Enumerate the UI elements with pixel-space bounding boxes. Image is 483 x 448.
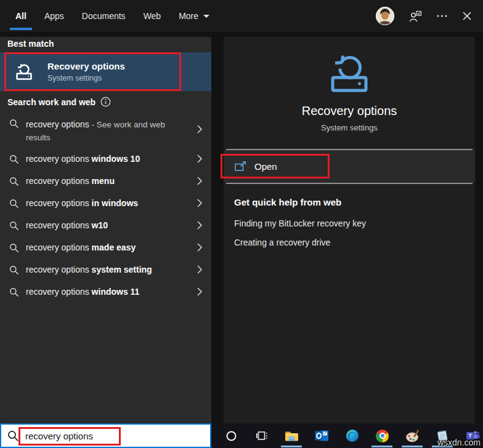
info-icon[interactable] [100, 97, 111, 107]
open-external-icon [235, 161, 246, 172]
chevron-right-icon [197, 124, 203, 134]
tab-web[interactable]: Web [144, 0, 161, 32]
taskbar: recovery options T wsxdn.com [0, 423, 483, 448]
search-icon [9, 243, 19, 253]
open-label: Open [254, 161, 277, 172]
search-filter-bar: AllAppsDocumentsWebMore [0, 0, 483, 32]
search-results-area: Best match Recovery options System setti… [0, 32, 483, 423]
caret-down-icon [203, 15, 209, 18]
chevron-right-icon [197, 176, 203, 186]
taskbar-outlook-icon[interactable] [307, 423, 337, 448]
chevron-right-icon [197, 242, 203, 252]
search-query-text: recovery options [25, 431, 93, 441]
divider [226, 183, 473, 184]
search-suggestion[interactable]: recovery options windows 10 [0, 148, 211, 170]
search-icon [9, 265, 19, 275]
chevron-right-icon [197, 287, 203, 297]
best-match-subtitle: System settings [47, 74, 125, 82]
search-icon [9, 177, 19, 186]
taskbar-taskview-icon[interactable] [246, 423, 277, 448]
search-suggestions-list: recovery options - See work and web resu… [0, 114, 211, 303]
search-suggestion[interactable]: recovery options system setting [0, 258, 211, 281]
windows-search-flyout: AllAppsDocumentsWebMore Best match [0, 0, 483, 448]
taskbar-cortana-icon[interactable] [216, 423, 246, 448]
app-preview-card: Recovery options System settings [224, 54, 475, 132]
best-match-title: Recovery options [47, 61, 125, 71]
taskbar-chrome-icon[interactable] [367, 423, 397, 448]
feedback-icon[interactable] [409, 10, 422, 22]
chevron-right-icon [197, 265, 203, 274]
search-suggestion[interactable]: recovery options - See work and web resu… [0, 114, 211, 148]
results-panel: Best match Recovery options System setti… [0, 37, 211, 423]
chevron-right-icon [197, 154, 203, 164]
search-work-web-header: Search work and web [7, 97, 111, 107]
search-suggestion[interactable]: recovery options w10 [0, 214, 211, 236]
taskbar-paint-icon[interactable] [397, 423, 428, 448]
topbar-actions [376, 0, 472, 32]
tab-apps[interactable]: Apps [44, 0, 64, 32]
chevron-right-icon [197, 198, 203, 208]
search-suggestion[interactable]: recovery options menu [0, 170, 211, 192]
help-links: Finding my BitLocker recovery keyCreatin… [234, 218, 366, 257]
search-icon [9, 154, 19, 164]
search-work-web-label: Search work and web [7, 97, 95, 107]
help-link[interactable]: Creating a recovery drive [234, 238, 366, 247]
tab-more[interactable]: More [179, 0, 209, 32]
avatar[interactable] [376, 7, 394, 25]
close-icon[interactable] [462, 11, 472, 21]
taskbar-explorer-icon[interactable] [277, 423, 307, 448]
tab-documents[interactable]: Documents [82, 0, 126, 32]
search-icon [9, 119, 19, 129]
app-title: Recovery options [224, 104, 475, 118]
help-link[interactable]: Finding my BitLocker recovery key [234, 218, 366, 228]
search-suggestion[interactable]: recovery options windows 11 [0, 281, 211, 303]
chevron-right-icon [197, 220, 203, 230]
ellipsis-icon[interactable] [437, 15, 447, 17]
search-suggestion[interactable]: recovery options made easy [0, 236, 211, 258]
best-match-header: Best match [7, 39, 54, 49]
search-icon [7, 430, 19, 442]
search-icon [9, 287, 19, 297]
app-subtitle: System settings [224, 123, 475, 132]
best-match-result[interactable]: Recovery options System settings [0, 52, 211, 91]
search-icon [9, 199, 19, 209]
recovery-options-large-icon [325, 54, 374, 94]
search-suggestion[interactable]: recovery options in windows [0, 192, 211, 214]
search-icon [9, 221, 19, 231]
open-action[interactable]: Open [224, 150, 475, 183]
taskbar-edge-icon[interactable] [337, 423, 367, 448]
recovery-options-icon [14, 63, 34, 81]
tab-all[interactable]: All [15, 0, 26, 32]
watermark: wsxdn.com [437, 438, 481, 447]
help-header: Get quick help from web [234, 197, 341, 207]
taskbar-search-input[interactable]: recovery options [0, 423, 211, 448]
preview-panel: Recovery options System settings Open Ge… [224, 37, 475, 423]
